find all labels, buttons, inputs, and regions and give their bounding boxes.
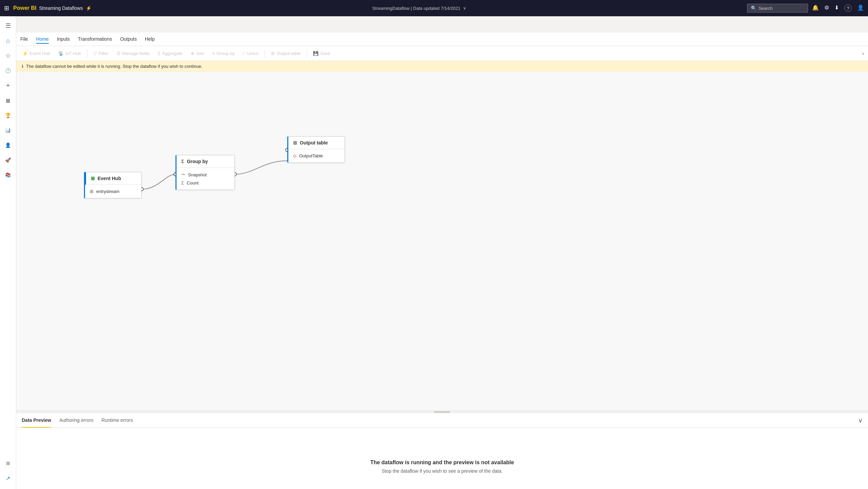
entrystream-label: entrystream <box>96 189 120 194</box>
help-icon[interactable]: ? <box>844 4 852 12</box>
lightning-icon: ⚡ <box>86 5 91 11</box>
group-by-node-icon: Σ <box>181 159 184 164</box>
sidebar-item-menu[interactable]: ☰ <box>1 19 15 33</box>
sidebar-item-people[interactable]: 👤 <box>1 138 15 152</box>
group-by-field-count: Σ Count <box>181 179 230 187</box>
sidebar-item-create[interactable]: + <box>1 79 15 92</box>
event-hub-header: ⊞ Event Hub <box>85 172 141 185</box>
output-table-icon: ⊞ <box>271 51 275 56</box>
output-table-node[interactable]: ⊞ Output table ◇ OutputTable <box>287 136 345 163</box>
toolbar-group-by[interactable]: ≡ Group by <box>209 49 238 58</box>
panel-collapse-icon[interactable]: ∨ <box>858 417 863 424</box>
sidebar-item-home[interactable]: ⌂ <box>1 34 15 47</box>
user-icon[interactable]: 👤 <box>857 4 864 12</box>
toolbar-output-table[interactable]: ⊞ Output table <box>268 49 304 58</box>
union-label: Union <box>247 51 259 56</box>
group-by-body: 〜 Snapshot Σ Count <box>177 168 234 190</box>
toolbar-more-icon[interactable]: › <box>861 49 865 58</box>
canvas[interactable]: ⊞ Event Hub ⊞ entrystream Σ Group by 〜 S… <box>16 72 868 410</box>
toolbar-save[interactable]: 💾 Save <box>310 49 334 58</box>
tab-authoring-errors[interactable]: Authoring errors <box>59 413 93 428</box>
event-hub-body: ⊞ entrystream <box>85 185 141 198</box>
manage-fields-label: Manage fields <box>122 51 150 56</box>
menu-outputs[interactable]: Outputs <box>120 35 137 44</box>
menu-inputs[interactable]: Inputs <box>57 35 70 44</box>
toolbar-aggregate[interactable]: Σ Aggregate <box>154 49 186 58</box>
sidebar-item-metrics[interactable]: 📊 <box>1 123 15 137</box>
output-table-field-name: OutputTable <box>299 153 323 158</box>
toolbar-filter[interactable]: ▽ Filter <box>90 49 112 58</box>
toolbar-join[interactable]: ⊕ Join <box>187 49 208 58</box>
search-box[interactable]: 🔍 <box>747 4 808 13</box>
group-by-label: Group by <box>216 51 234 56</box>
sidebar-item-recent[interactable]: 🕐 <box>1 64 15 77</box>
toolbar-manage-fields[interactable]: ☰ Manage fields <box>113 49 153 58</box>
output-table-body: ◇ OutputTable <box>288 149 345 162</box>
manage-fields-icon: ☰ <box>117 51 121 56</box>
toolbar-iot-hub[interactable]: 📡 IoT Hub <box>55 49 84 58</box>
toolbar: ⚡ Event Hub 📡 IoT Hub ▽ Filter ☰ Manage … <box>16 46 868 61</box>
bell-icon[interactable]: 🔔 <box>812 4 819 12</box>
app-grid-icon[interactable]: ⊞ <box>4 4 9 12</box>
sidebar-item-goals[interactable]: 🏆 <box>1 109 15 122</box>
menu-transformations[interactable]: Transformations <box>78 35 112 44</box>
filter-icon: ▽ <box>94 51 97 56</box>
snapshot-icon: 〜 <box>181 172 185 178</box>
sidebar-item-expand[interactable]: ↗ <box>1 471 15 485</box>
join-label: Join <box>196 51 204 56</box>
panel-drag-handle[interactable] <box>16 411 868 413</box>
toolbar-sep-1 <box>87 50 87 58</box>
bottom-panel: Data Preview Authoring errors Runtime er… <box>16 410 868 489</box>
group-by-field-snapshot: 〜 Snapshot <box>181 171 230 179</box>
brand-name: Power BI <box>13 5 36 11</box>
aggregate-icon: Σ <box>158 51 161 56</box>
toolbar-union[interactable]: □ Union <box>240 49 262 58</box>
union-icon: □ <box>243 51 246 56</box>
sidebar-item-apps[interactable]: ▦ <box>1 94 15 107</box>
event-hub-node[interactable]: ⊞ Event Hub ⊞ entrystream <box>84 172 142 198</box>
sidebar-item-favorites[interactable]: ☆ <box>1 49 15 62</box>
menu-help[interactable]: Help <box>145 35 155 44</box>
output-table-header: ⊞ Output table <box>288 137 345 149</box>
toolbar-event-hub[interactable]: ⚡ Event Hub <box>19 49 54 58</box>
search-icon: 🔍 <box>751 5 757 11</box>
brand: Power BI Streaming Dataflows ⚡ <box>13 5 91 11</box>
preview-sub: Stop the dataflow if you wish to see a p… <box>381 468 502 474</box>
main-area: File Home Inputs Transformations Outputs… <box>16 33 868 489</box>
search-input[interactable] <box>759 6 799 11</box>
menu-file[interactable]: File <box>20 35 28 44</box>
count-icon: Σ <box>181 180 184 185</box>
toolbar-sep-2 <box>265 50 265 58</box>
group-by-icon: ≡ <box>212 51 215 56</box>
tab-runtime-errors[interactable]: Runtime errors <box>102 413 133 428</box>
output-table-title: Output table <box>300 140 328 145</box>
drag-indicator <box>434 411 450 413</box>
info-icon: ℹ <box>22 64 23 69</box>
infobar: ℹ The dataflow cannot be edited while it… <box>16 61 868 72</box>
output-table-node-icon: ⊞ <box>293 140 297 145</box>
group-by-node[interactable]: Σ Group by 〜 Snapshot Σ Count <box>175 155 235 190</box>
flow-title: Streaming Dataflows <box>39 5 83 11</box>
info-message: The dataflow cannot be edited while it i… <box>26 64 202 69</box>
settings-icon[interactable]: ⚙ <box>824 4 829 12</box>
output-table-field-1: ◇ OutputTable <box>293 152 340 160</box>
tab-data-preview[interactable]: Data Preview <box>22 413 51 428</box>
iot-hub-label: IoT Hub <box>65 51 81 56</box>
sidebar-item-deploy[interactable]: 🚀 <box>1 153 15 167</box>
chevron-down-icon[interactable]: ∨ <box>463 6 466 11</box>
preview-title: The dataflow is running and the preview … <box>370 459 514 466</box>
sidebar-item-workspaces[interactable]: ⊞ <box>1 456 15 470</box>
panel-tabs: Data Preview Authoring errors Runtime er… <box>16 413 868 428</box>
download-icon[interactable]: ⬇ <box>834 4 839 12</box>
sidebar-item-learn[interactable]: 📚 <box>1 168 15 182</box>
event-hub-node-icon: ⊞ <box>91 176 95 181</box>
group-by-header: Σ Group by <box>177 155 234 168</box>
event-hub-label: Event Hub <box>29 51 50 56</box>
save-label: Save <box>320 51 330 56</box>
panel-content: The dataflow is running and the preview … <box>16 428 868 489</box>
menu-home[interactable]: Home <box>36 35 49 44</box>
filter-label: Filter <box>99 51 108 56</box>
save-icon: 💾 <box>313 51 318 56</box>
sidebar: ☰ ⌂ ☆ 🕐 + ▦ 🏆 📊 👤 🚀 📚 ⊞ ↗ <box>0 16 16 489</box>
top-icons: 🔔 ⚙ ⬇ ? 👤 <box>812 4 864 12</box>
